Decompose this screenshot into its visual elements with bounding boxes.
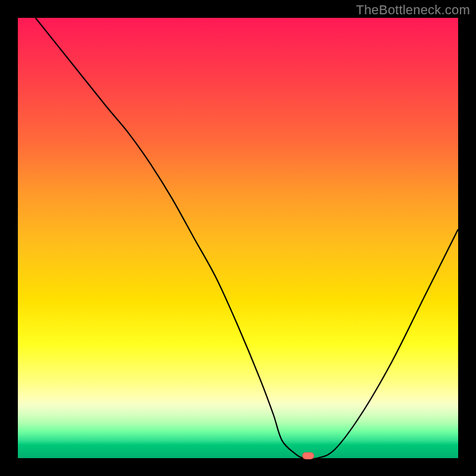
optimal-marker <box>302 452 314 459</box>
curve-svg <box>18 18 458 458</box>
chart-frame: TheBottleneck.com <box>0 0 476 476</box>
watermark-text: TheBottleneck.com <box>356 2 470 18</box>
plot-area <box>18 18 458 458</box>
bottleneck-curve-path <box>36 18 458 459</box>
